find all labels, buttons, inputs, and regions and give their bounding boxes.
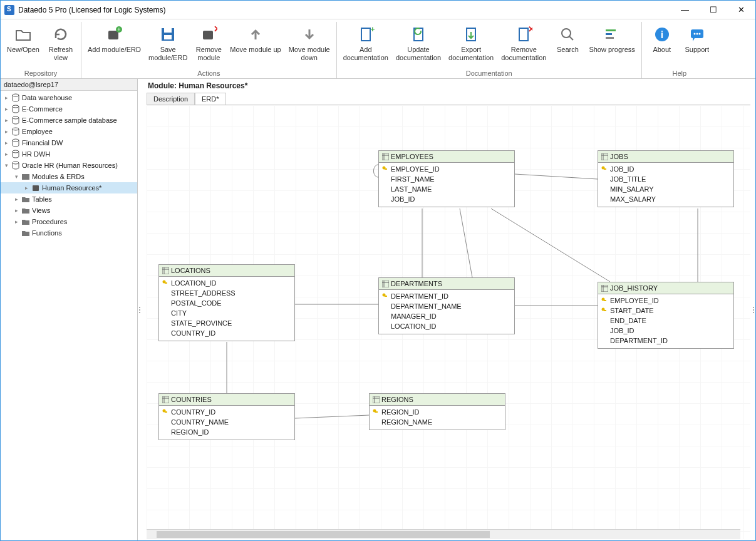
new-open-button[interactable]: New/Open <box>3 22 43 70</box>
entity-column: LAST_NAME <box>382 184 511 194</box>
expand-icon[interactable]: ▸ <box>13 196 19 202</box>
expand-icon[interactable]: ▾ <box>3 162 9 168</box>
entity-countries[interactable]: COUNTRIESCOUNTRY_IDCOUNTRY_NAMEREGION_ID <box>158 393 295 440</box>
update-doc-button[interactable]: Updatedocumentation <box>392 22 445 70</box>
tree-item-label: Employee <box>22 128 53 135</box>
expand-icon[interactable]: ▾ <box>13 173 19 180</box>
tree-item[interactable]: ▸E-Commerce sample database <box>1 115 137 126</box>
remove-doc-button[interactable]: ✕Removedocumentation <box>497 22 550 70</box>
tree-item[interactable]: ▸Data warehouse <box>1 92 137 103</box>
minimize-button[interactable]: — <box>671 1 699 19</box>
column-name: COUNTRY_ID <box>171 408 215 416</box>
entity-departments[interactable]: DEPARTMENTSDEPARTMENT_IDDEPARTMENT_NAMEM… <box>378 277 515 334</box>
entity-employees[interactable]: EMPLOYEESEMPLOYEE_IDFIRST_NAMELAST_NAMEJ… <box>378 150 515 207</box>
tree-item[interactable]: ▸Financial DW <box>1 137 137 148</box>
show-progress-button[interactable]: Show progress <box>585 22 638 70</box>
tab-erd[interactable]: ERD* <box>195 93 226 105</box>
svg-rect-60 <box>162 396 169 403</box>
entity-column: JOB_TITLE <box>601 174 730 184</box>
erd-canvas[interactable]: EMPLOYEESEMPLOYEE_IDFIRST_NAMELAST_NAMEJ… <box>147 105 750 539</box>
entity-regions[interactable]: REGIONSREGION_IDREGION_NAME <box>369 393 505 430</box>
remove-module-button[interactable]: ✕Removemodule <box>191 22 226 70</box>
expand-icon[interactable]: ▸ <box>13 207 19 214</box>
entity-body: REGION_IDREGION_NAME <box>370 406 505 430</box>
move-down-button[interactable]: Move moduledown <box>285 22 334 70</box>
column-name: EMPLOYEE_ID <box>391 165 440 173</box>
tree-item[interactable]: Functions <box>1 227 137 239</box>
refresh-view-button[interactable]: Refreshview <box>43 22 78 70</box>
tree-item-label: E-Commerce <box>22 105 63 113</box>
app-logo-icon <box>4 5 14 15</box>
tab-description[interactable]: Description <box>147 93 195 105</box>
repository-tree[interactable]: ▸Data warehouse▸E-Commerce▸E-Commerce sa… <box>1 91 137 540</box>
folder-icon <box>13 24 33 44</box>
tree-item-label: Tables <box>32 195 52 203</box>
maximize-button[interactable]: ☐ <box>699 1 727 19</box>
entity-column: JOB_ID <box>382 194 511 204</box>
tree-item[interactable]: ▾Modules & ERDs <box>1 171 137 182</box>
expand-icon[interactable]: ▸ <box>3 117 9 123</box>
about-button[interactable]: iAbout <box>645 22 680 70</box>
tree-item[interactable]: ▾Oracle HR (Human Resources) <box>1 160 137 171</box>
entity-column: REGION_ID <box>373 407 502 417</box>
refresh-icon <box>51 24 71 44</box>
svg-rect-4 <box>164 28 172 33</box>
horizontal-scrollbar[interactable] <box>147 529 740 539</box>
tree-item[interactable]: ▸E-Commerce <box>1 103 137 115</box>
column-name: JOB_ID <box>610 327 634 334</box>
entity-locations[interactable]: LOCATIONSLOCATION_IDSTREET_ADDRESSPOSTAL… <box>158 264 295 341</box>
expand-icon[interactable]: ▸ <box>13 219 19 225</box>
tree-item[interactable]: ▸Tables <box>1 193 137 205</box>
column-name: STREET_ADDRESS <box>171 289 236 297</box>
tree-item-label: HR DWH <box>22 150 50 158</box>
column-name: EMPLOYEE_ID <box>610 297 659 304</box>
search-icon <box>557 24 577 44</box>
export-doc-button[interactable]: Exportdocumentation <box>445 22 497 70</box>
entity-header: REGIONS <box>370 394 505 406</box>
support-button[interactable]: Support <box>680 22 715 70</box>
expand-icon[interactable]: ▸ <box>3 106 9 112</box>
svg-rect-48 <box>382 281 389 287</box>
expand-icon[interactable]: ▸ <box>3 128 9 135</box>
close-button[interactable]: ✕ <box>727 1 755 19</box>
column-name: REGION_NAME <box>381 418 432 426</box>
svg-rect-43 <box>162 267 169 274</box>
tree-item-label: Data warehouse <box>22 94 72 101</box>
db-icon <box>11 93 20 102</box>
entity-jobs[interactable]: JOBSJOB_IDJOB_TITLEMIN_SALARYMAX_SALARY <box>598 150 734 207</box>
tree-item[interactable]: ▸HR DWH <box>1 148 137 160</box>
column-name: JOB_ID <box>391 195 415 203</box>
svg-rect-6 <box>203 31 213 39</box>
expand-icon[interactable]: ▸ <box>3 95 9 101</box>
tree-item[interactable]: ▸Human Resources* <box>1 182 137 193</box>
db-icon <box>11 161 20 170</box>
splitter-right[interactable] <box>752 79 755 540</box>
tree-item[interactable]: ▸Procedures <box>1 216 137 227</box>
expand-icon[interactable]: ▸ <box>3 151 9 157</box>
svg-rect-47 <box>165 282 167 284</box>
svg-rect-5 <box>164 35 172 39</box>
svg-rect-12 <box>519 28 528 41</box>
add-module-button[interactable]: +Add module/ERD <box>84 22 145 70</box>
entity-header: LOCATIONS <box>159 265 294 277</box>
entity-header: DEPARTMENTS <box>379 278 514 290</box>
svg-rect-42 <box>604 168 606 170</box>
column-name: MAX_SALARY <box>610 195 656 203</box>
expand-icon[interactable]: ▸ <box>3 140 9 146</box>
save-module-button[interactable]: Savemodule/ERD <box>145 22 191 70</box>
tree-item[interactable]: ▸Views <box>1 205 137 216</box>
folder-icon <box>21 195 30 204</box>
key-icon <box>601 166 608 173</box>
svg-point-28 <box>13 139 19 142</box>
tree-item[interactable]: ▸Employee <box>1 126 137 137</box>
ribbon-button-label: Show progress <box>589 46 634 54</box>
move-up-button[interactable]: Move module up <box>226 22 284 70</box>
search-button[interactable]: Search <box>550 22 585 70</box>
ribbon-group-label: Help <box>645 70 715 78</box>
expand-icon[interactable]: ▸ <box>23 185 29 191</box>
add-doc-button[interactable]: +Adddocumentation <box>339 22 392 70</box>
column-name: LOCATION_ID <box>391 322 437 330</box>
entity-job_history[interactable]: JOB_HISTORYEMPLOYEE_IDSTART_DATEEND_DATE… <box>598 282 734 349</box>
entity-column: EMPLOYEE_ID <box>601 296 730 306</box>
svg-point-14 <box>562 29 571 38</box>
